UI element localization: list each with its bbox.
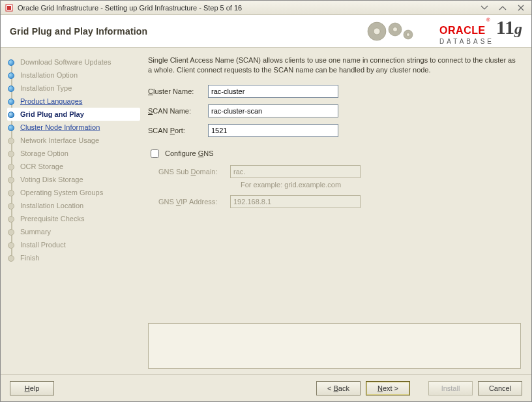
step-voting-disk-storage: Voting Disk Storage — [7, 173, 140, 186]
scan-name-label: SCAN Name: — [148, 107, 208, 115]
step-label: Finish — [20, 254, 39, 262]
gns-example-text: For example: grid.example.com — [241, 181, 521, 189]
step-dot-icon — [8, 125, 14, 131]
step-grid-plug-and-play: Grid Plug and Play — [7, 108, 140, 121]
titlebar: Oracle Grid Infrastructure - Setting up … — [1, 1, 531, 15]
configure-gns-checkbox[interactable] — [151, 149, 159, 158]
step-label: Summary — [20, 228, 51, 236]
close-button[interactable] — [514, 3, 527, 12]
step-label: Download Software Updates — [20, 58, 111, 66]
gns-sub-domain-input — [230, 165, 361, 178]
scan-name-input[interactable] — [208, 104, 338, 117]
svg-rect-1 — [7, 6, 11, 10]
cancel-button[interactable]: Cancel — [478, 381, 522, 395]
maximize-button[interactable] — [496, 3, 509, 12]
step-prerequisite-checks: Prerequisite Checks — [7, 212, 140, 225]
step-dot-icon — [8, 138, 14, 144]
step-label: Network Interface Usage — [20, 136, 99, 144]
step-ocr-storage: OCR Storage — [7, 160, 140, 173]
step-installation-location: Installation Location — [7, 199, 140, 212]
svg-point-3 — [374, 28, 380, 35]
installer-window: Oracle Grid Infrastructure - Setting up … — [0, 0, 532, 402]
step-dot-icon — [8, 203, 14, 209]
step-dot-icon — [8, 72, 14, 79]
step-cluster-node-information[interactable]: Cluster Node Information — [7, 121, 140, 134]
step-label: Installation Location — [20, 202, 83, 209]
svg-point-5 — [393, 27, 398, 32]
step-label: Cluster Node Information — [20, 123, 100, 131]
step-label: OCR Storage — [20, 162, 63, 170]
configure-gns-label: Configure GNS — [165, 149, 214, 157]
step-dot-icon — [8, 242, 14, 249]
page-title: Grid Plug and Play Information — [10, 26, 147, 37]
step-dot-icon — [8, 112, 14, 118]
message-area — [148, 323, 521, 369]
step-label: Storage Option — [20, 149, 68, 157]
step-dot-icon — [8, 59, 14, 66]
minimize-button[interactable] — [478, 3, 491, 12]
window-title: Oracle Grid Infrastructure - Setting up … — [18, 4, 242, 12]
step-dot-icon — [8, 255, 14, 262]
step-dot-icon — [8, 85, 14, 92]
step-storage-option: Storage Option — [7, 147, 140, 160]
wizard-header: Grid Plug and Play Information ORACLE® 1… — [1, 15, 531, 48]
app-icon — [5, 3, 14, 12]
step-dot-icon — [8, 229, 14, 236]
cluster-name-label: Cluster Name: — [148, 87, 208, 95]
next-button[interactable]: Next > — [366, 381, 410, 395]
gns-vip-input — [230, 195, 361, 208]
description-text: Single Client Access Name (SCAN) allows … — [148, 55, 521, 76]
step-label: Operating System Groups — [20, 189, 103, 196]
step-finish: Finish — [7, 251, 140, 264]
step-installation-option: Installation Option — [7, 69, 140, 82]
step-dot-icon — [8, 151, 14, 157]
svg-point-7 — [407, 33, 410, 37]
back-button[interactable]: < Back — [316, 381, 361, 395]
step-installation-type: Installation Type — [7, 82, 140, 95]
step-dot-icon — [8, 164, 14, 170]
wizard-footer: Help < Back Next > Install Cancel — [1, 374, 531, 401]
step-label: Install Product — [20, 241, 66, 249]
step-label: Voting Disk Storage — [20, 176, 83, 183]
step-label: Product Languages — [20, 97, 82, 105]
step-product-languages[interactable]: Product Languages — [7, 95, 140, 108]
wizard-steps-sidebar: Download Software UpdatesInstallation Op… — [1, 48, 145, 374]
oracle-brand-logo: ORACLE® 11g DATABASE — [439, 18, 522, 45]
gns-vip-label: GNS VIP Address: — [158, 198, 230, 206]
cluster-name-input[interactable] — [208, 85, 338, 98]
step-download-software-updates: Download Software Updates — [7, 55, 140, 69]
step-dot-icon — [8, 216, 14, 223]
step-label: Grid Plug and Play — [20, 110, 84, 118]
step-dot-icon — [8, 190, 14, 196]
step-network-interface-usage: Network Interface Usage — [7, 134, 140, 147]
step-summary: Summary — [7, 225, 140, 238]
install-button: Install — [428, 381, 473, 395]
header-branding: ORACLE® 11g DATABASE — [357, 18, 522, 45]
step-label: Installation Option — [20, 71, 78, 79]
gears-icon — [357, 18, 436, 45]
help-button[interactable]: Help — [10, 381, 54, 395]
step-operating-system-groups: Operating System Groups — [7, 186, 140, 199]
scan-port-input[interactable] — [208, 124, 338, 137]
step-label: Prerequisite Checks — [20, 215, 84, 223]
gns-sub-domain-label: GNS Sub Domain: — [158, 168, 230, 176]
step-dot-icon — [8, 99, 14, 105]
step-dot-icon — [8, 177, 14, 183]
step-label: Installation Type — [20, 84, 72, 92]
wizard-content: Single Client Access Name (SCAN) allows … — [145, 48, 531, 374]
step-install-product: Install Product — [7, 238, 140, 251]
scan-port-label: SCAN Port: — [148, 127, 208, 134]
